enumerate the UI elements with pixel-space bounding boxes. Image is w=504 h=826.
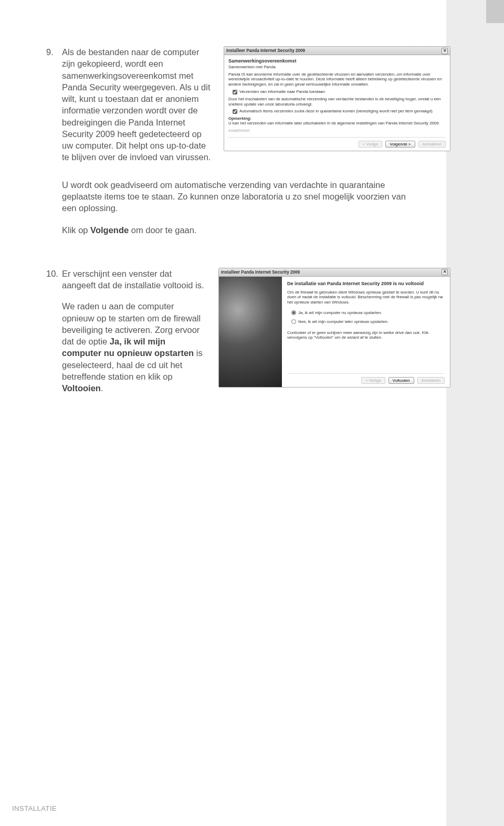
- installshield-brand: InstallShield: [228, 128, 446, 133]
- agreement-desc2: Door het inschakelen van de automatische…: [228, 97, 446, 107]
- step9-number: 9.: [46, 46, 62, 58]
- step10-para2: We raden u aan de computer opnieuw op te…: [62, 300, 206, 394]
- radio-restart-yes-label: Ja, ik wil mijn computer nu opnieuw opst…: [298, 310, 382, 315]
- complete-heading: De installatie van Panda Internet Securi…: [287, 281, 445, 287]
- step10-para1: Er verschijnt een venster dat aangeeft d…: [62, 268, 206, 291]
- note-label: Opmerking:: [228, 116, 446, 121]
- step9-para1: Als de bestanden naar de computer zijn g…: [62, 46, 212, 163]
- step10-number: 10.: [46, 268, 62, 279]
- side-stripe: [446, 0, 504, 826]
- window-title: Installeer Panda Internet Security 2009: [221, 270, 300, 275]
- radio-restart-no[interactable]: [291, 319, 296, 324]
- step9-para3: Klik op Volgende om door te gaan.: [62, 224, 419, 236]
- page-footer: INSTALLATIE: [12, 804, 57, 812]
- complete-desc2: Controleer of er geen schijven meer aanw…: [287, 330, 445, 340]
- radio-restart-yes[interactable]: [291, 310, 296, 315]
- checkbox-send-info[interactable]: [233, 90, 237, 95]
- installer-window-agreement: Installeer Panda Internet Security 2009 …: [224, 46, 450, 151]
- window-title: Installeer Panda Internet Security 2009: [226, 48, 305, 53]
- checkbox-auto-send-label: Automatisch items verzenden zodra deze i…: [239, 109, 433, 113]
- note-text: U kan het verzenden van informatie later…: [228, 121, 446, 126]
- close-icon[interactable]: ✕: [442, 48, 448, 54]
- checkbox-auto-send[interactable]: [233, 109, 237, 114]
- agreement-sub: Samenwerken met Panda: [228, 65, 446, 70]
- step9-p3-bold: Volgende: [90, 225, 129, 235]
- agreement-heading: Samenwerkingsovereenkomst: [228, 58, 446, 64]
- prev-button: < Vorige: [359, 141, 383, 148]
- close-icon[interactable]: ✕: [442, 269, 448, 275]
- step9-text: 9.Als de bestanden naar de computer zijn…: [46, 46, 214, 163]
- prev-button: < Vorige: [361, 377, 385, 384]
- finish-button[interactable]: Voltooien: [388, 377, 414, 384]
- step10-p2-post: .: [101, 383, 103, 393]
- radio-restart-no-label: Nee, ik wil mijn computer later opnieuw …: [298, 319, 388, 324]
- step9-p3-pre: Klik op: [62, 225, 90, 235]
- agreement-desc: Panda IS kan anonieme informatie over de…: [228, 72, 446, 87]
- next-button[interactable]: Volgende >: [385, 141, 415, 148]
- complete-desc: Om de firewall te gebruiken dient Window…: [287, 290, 445, 305]
- cancel-button: Annuleren: [418, 141, 446, 148]
- step10-p2-b2: Voltooien: [62, 383, 101, 393]
- installer-sidebar-image: [219, 277, 282, 387]
- cancel-button: Annuleren: [417, 377, 445, 384]
- step10-text: 10.Er verschijnt een venster dat aangeef…: [46, 268, 209, 394]
- checkbox-send-info-label: Verzenden van informatie naar Panda toes…: [239, 89, 325, 94]
- installer-window-complete: Installeer Panda Internet Security 2009 …: [218, 268, 450, 388]
- step9-p3-post: om door te gaan.: [129, 225, 196, 235]
- side-stripe-tab: [486, 0, 504, 23]
- step9-para2: U wordt ook geadviseerd om automatische …: [62, 179, 419, 214]
